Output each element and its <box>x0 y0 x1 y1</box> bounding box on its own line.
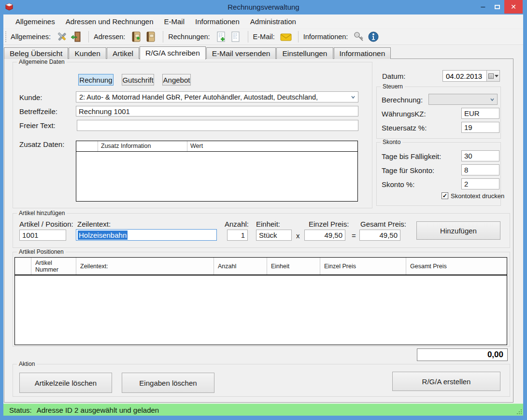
waehrungskz-label: WährungsKZ: <box>382 110 426 118</box>
resize-grip[interactable] <box>515 408 522 414</box>
waehrungskz-input[interactable] <box>461 108 499 119</box>
menu-informationen[interactable]: Informationen <box>190 15 245 28</box>
maximize-button[interactable] <box>490 0 504 14</box>
doc-type-gutschrift-button[interactable]: Gutschrift <box>122 74 154 86</box>
steuersatz-input[interactable] <box>461 122 499 133</box>
zusatz-header-selector <box>76 141 98 151</box>
groupbox-caption: Artikel hinzufügen <box>17 210 67 217</box>
key-icon <box>353 31 365 43</box>
license-key-button[interactable] <box>352 30 366 43</box>
groupbox-aktion: Aktion Artikelzeile löschen Eingaben lös… <box>13 364 510 397</box>
send-email-button[interactable] <box>279 30 293 43</box>
menu-email[interactable]: E-Mail <box>159 15 190 28</box>
groupbox-allgemeine-daten: Allgemeine Daten Rechnung Gutschrift Ang… <box>13 62 372 208</box>
open-invoice-button[interactable] <box>228 30 243 43</box>
minimize-icon: – <box>481 2 485 11</box>
artikelzeile-loeschen-button[interactable]: Artikelzeile löschen <box>19 373 112 393</box>
calendar-icon <box>488 73 494 79</box>
menu-administration[interactable]: Administration <box>245 15 301 28</box>
menu-adressen-und-rechnungen[interactable]: Adressen und Rechnungen <box>60 15 159 28</box>
address-book-icon <box>145 31 157 43</box>
datum-dropdown-button[interactable] <box>487 70 500 82</box>
tage-fuer-skonto-input[interactable] <box>461 164 499 175</box>
kunde-selected-value: 2: Auto- & Motorrad Handel GbR, Peter Au… <box>79 93 318 101</box>
einzel-preis-input[interactable] <box>304 230 345 241</box>
doc-type-angebot-button[interactable]: Angebot <box>162 74 191 86</box>
toolbar-group-rechnungen-label: Rechnungen: <box>168 33 210 41</box>
artikel-position-label: Artikel / Position: <box>19 220 73 228</box>
new-invoice-button[interactable] <box>214 30 228 43</box>
toolbar-grip[interactable] <box>5 31 7 42</box>
betreffzeile-input[interactable] <box>76 106 358 116</box>
chevron-down-icon <box>351 95 355 99</box>
titlebar: Rechnungsverwaltung – ✕ <box>0 0 527 14</box>
tab-rga-schreiben[interactable]: R/G/A schreiben <box>140 46 206 59</box>
statusbar: Status: Adresse ID 2 ausgewählt und gela… <box>3 404 523 416</box>
kunde-select[interactable]: 2: Auto- & Motorrad Handel GbR, Peter Au… <box>76 91 358 102</box>
skonto-prozent-label: Skonto %: <box>382 180 414 188</box>
checkmark-icon: ✓ <box>442 192 447 199</box>
hinzufuegen-button[interactable]: Hinzufügen <box>416 221 500 240</box>
open-address-book-button[interactable] <box>143 30 158 43</box>
betreffzeile-label: Betreffzeile: <box>19 107 57 116</box>
zeilentext-input[interactable]: Holzeisenbahn <box>76 229 217 241</box>
about-info-button[interactable] <box>366 30 381 43</box>
chevron-down-icon <box>490 98 494 101</box>
anzahl-input[interactable] <box>227 230 248 241</box>
datum-picker <box>442 70 500 82</box>
gesamt-preis-label: Gesamt Preis: <box>360 220 406 228</box>
berechnung-select[interactable] <box>428 94 498 105</box>
gesamt-summe-field[interactable]: 0,00 <box>417 348 508 361</box>
artikel-position-input[interactable] <box>19 230 66 241</box>
app-window: Rechnungsverwaltung – ✕ Allgemeines Adre… <box>0 0 527 420</box>
address-book-add-icon <box>130 31 142 43</box>
zusatz-table-header: Zusatz Information Wert <box>76 141 357 152</box>
maximize-icon <box>495 5 500 9</box>
exit-button[interactable] <box>69 30 84 43</box>
toolbar-group-informationen-label: Informationen: <box>303 33 348 41</box>
skonto-prozent-input[interactable] <box>461 178 499 189</box>
tab-informationen[interactable]: Informationen <box>334 47 391 59</box>
tab-einstellungen[interactable]: Einstellungen <box>276 47 333 59</box>
zusatz-daten-table[interactable]: Zusatz Information Wert <box>76 141 358 202</box>
eingaben-loeschen-button[interactable]: Eingaben löschen <box>122 373 214 393</box>
menubar: Allgemeines Adressen und Rechnungen E-Ma… <box>3 14 523 29</box>
artikel-positionen-grid[interactable]: Artikel Nummer Zeilentext: Anzahl Einhei… <box>14 257 507 345</box>
client-area: Allgemeines Adressen und Rechnungen E-Ma… <box>3 14 523 416</box>
zusatz-header-wert: Wert <box>187 141 357 151</box>
exit-door-icon <box>71 31 82 43</box>
info-icon <box>368 31 379 43</box>
doc-type-rechnung-button[interactable]: Rechnung <box>78 74 114 86</box>
toolbar-group-email-label: E-Mail: <box>253 33 275 41</box>
einheit-label: Einheit: <box>256 220 280 228</box>
add-address-button[interactable] <box>129 30 143 43</box>
tab-email-versenden[interactable]: E-Mail versenden <box>206 47 276 59</box>
settings-tools-button[interactable] <box>55 30 69 43</box>
einheit-input[interactable] <box>256 230 292 241</box>
toolbar-separator <box>298 31 299 43</box>
zeilentext-selected-text: Holzeisenbahn <box>78 231 128 240</box>
anzahl-label: Anzahl: <box>225 220 249 228</box>
menu-allgemeines[interactable]: Allgemeines <box>10 15 60 28</box>
skontotext-drucken-checkbox[interactable]: ✓ <box>442 192 448 199</box>
kunde-label: Kunde: <box>19 93 43 101</box>
chevron-down-icon <box>495 75 499 77</box>
groupbox-caption: Artikel Positionen <box>17 248 66 255</box>
invoice-add-icon <box>215 31 227 43</box>
close-button[interactable]: ✕ <box>504 0 523 14</box>
invoice-icon <box>230 31 242 43</box>
datum-input[interactable] <box>442 70 487 82</box>
tab-artikel[interactable]: Artikel <box>107 47 139 59</box>
tab-beleg-uebersicht[interactable]: Beleg Übersicht <box>4 47 68 59</box>
toolbar-separator <box>163 31 163 43</box>
groupbox-caption: Steuern <box>381 83 405 90</box>
tage-bis-faelligkeit-input[interactable] <box>461 150 499 161</box>
tab-page-rga-schreiben: Allgemeine Daten Rechnung Gutschrift Ang… <box>4 58 513 403</box>
minimize-button[interactable]: – <box>476 0 490 14</box>
rga-erstellen-button[interactable]: R/G/A erstellen <box>392 372 500 391</box>
tab-kunden[interactable]: Kunden <box>69 47 106 59</box>
freier-text-input[interactable] <box>77 120 358 131</box>
groupbox-steuern: Steuern Berechnung: WährungsKZ: Steuersa… <box>376 87 501 139</box>
gesamt-preis-input[interactable] <box>359 230 400 241</box>
zusatz-daten-label: Zusatz Daten: <box>19 140 64 148</box>
